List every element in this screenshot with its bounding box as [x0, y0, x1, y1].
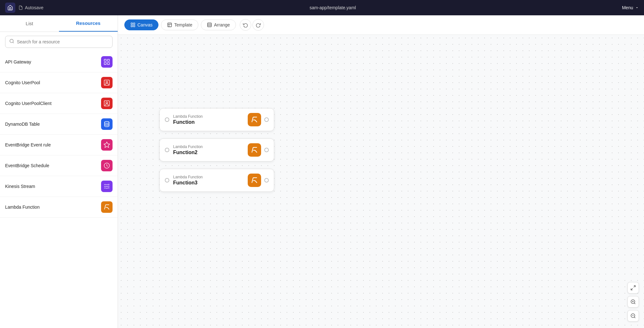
svg-rect-5 — [107, 63, 109, 64]
dynamodb-icon — [101, 118, 113, 130]
autosave-button[interactable]: Autosave — [18, 5, 43, 10]
svg-rect-16 — [133, 25, 135, 27]
sidebar-tabs: List Resources — [0, 15, 118, 32]
topbar: Autosave sam-app/template.yaml Menu — [0, 0, 644, 15]
lambda-node-icon — [248, 174, 261, 187]
svg-rect-4 — [104, 63, 106, 64]
canvas-area: Canvas Template Arrange — [118, 15, 644, 328]
arrange-tab[interactable]: Arrange — [201, 19, 236, 30]
list-item[interactable]: DynamoDB Table — [0, 114, 118, 135]
node-name-label: Function3 — [173, 180, 203, 186]
node-connector-right — [264, 148, 269, 152]
tab-list[interactable]: List — [0, 15, 59, 32]
svg-rect-17 — [168, 23, 172, 27]
zoom-out-button[interactable] — [627, 310, 639, 322]
lambda-node-icon — [248, 113, 261, 126]
lambda-node-function3[interactable]: Lambda Function Function3 — [159, 169, 274, 192]
menu-button[interactable]: Menu — [622, 5, 639, 10]
svg-rect-2 — [104, 59, 106, 61]
zoom-controls — [627, 282, 639, 322]
node-connector-left — [165, 117, 169, 122]
undo-button[interactable] — [240, 19, 251, 31]
node-connector-right — [264, 117, 269, 122]
node-type-label: Lambda Function — [173, 145, 203, 149]
list-item[interactable]: Lambda Function — [0, 197, 118, 218]
search-wrapper — [0, 32, 118, 52]
list-item[interactable]: EventBridge Schedule — [0, 155, 118, 176]
api-gateway-icon — [101, 56, 113, 68]
svg-line-30 — [634, 317, 635, 318]
svg-point-0 — [10, 39, 13, 43]
file-name: sam-app/template.yaml — [310, 5, 356, 10]
topbar-left: Autosave — [5, 3, 43, 13]
svg-line-23 — [634, 286, 635, 287]
node-connector-right — [264, 178, 269, 183]
redo-button[interactable] — [252, 19, 264, 31]
eventbridge-event-icon — [101, 139, 113, 151]
undo-redo-group — [240, 19, 264, 31]
node-type-label: Lambda Function — [173, 175, 203, 179]
svg-line-26 — [634, 303, 635, 304]
resource-list: API Gateway Cognito UserPool — [0, 52, 118, 328]
home-button[interactable] — [5, 3, 15, 13]
zoom-in-button[interactable] — [627, 296, 639, 308]
list-item[interactable]: API Gateway — [0, 52, 118, 72]
svg-line-24 — [631, 288, 633, 290]
search-input[interactable] — [17, 39, 108, 44]
list-item[interactable]: Cognito UserPool — [0, 72, 118, 93]
canvas-content[interactable]: Lambda Function Function — [118, 35, 644, 328]
svg-point-7 — [106, 81, 108, 83]
svg-marker-11 — [104, 142, 110, 147]
svg-rect-3 — [107, 59, 109, 61]
lambda-node-function2[interactable]: Lambda Function Function2 — [159, 138, 274, 161]
template-tab[interactable]: Template — [161, 19, 198, 30]
svg-point-10 — [105, 122, 109, 123]
node-name-label: Function2 — [173, 150, 203, 155]
lambda-node-icon — [248, 143, 261, 157]
main-layout: List Resources API Gateway — [0, 15, 644, 328]
svg-line-1 — [13, 42, 14, 43]
svg-rect-20 — [208, 23, 211, 27]
tab-resources[interactable]: Resources — [59, 15, 118, 32]
search-icon — [9, 39, 14, 45]
node-connector-left — [165, 148, 169, 152]
cognito-userpool-icon — [101, 77, 113, 88]
canvas-tab[interactable]: Canvas — [124, 19, 158, 30]
svg-rect-13 — [131, 23, 133, 25]
list-item[interactable]: EventBridge Event rule — [0, 135, 118, 155]
svg-rect-15 — [131, 25, 133, 27]
svg-point-9 — [106, 102, 108, 104]
node-type-label: Lambda Function — [173, 114, 203, 119]
node-name-label: Function — [173, 119, 203, 125]
kinesis-icon — [101, 181, 113, 192]
lambda-node-function[interactable]: Lambda Function Function — [159, 108, 274, 131]
toolbar: Canvas Template Arrange — [118, 15, 644, 35]
lambda-icon — [101, 201, 113, 213]
search-box — [5, 36, 113, 48]
list-item[interactable]: Kinesis Stream — [0, 176, 118, 197]
eventbridge-schedule-icon — [101, 160, 113, 171]
node-connector-left — [165, 178, 169, 183]
svg-rect-14 — [133, 23, 135, 25]
fit-screen-button[interactable] — [627, 282, 639, 294]
list-item[interactable]: Cognito UserPoolClient — [0, 93, 118, 114]
cognito-userpoolclient-icon — [101, 98, 113, 109]
sidebar: List Resources API Gateway — [0, 15, 118, 328]
